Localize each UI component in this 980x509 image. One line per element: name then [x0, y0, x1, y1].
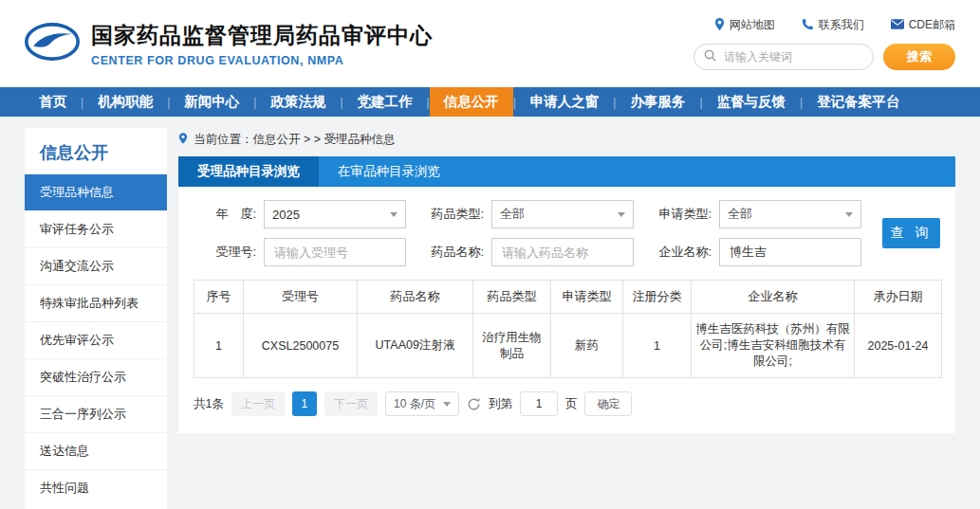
sidebar-item-review-tasks[interactable]: 审评任务公示 [25, 210, 167, 247]
sidebar-item-common-issues[interactable]: 共性问题 [25, 469, 167, 506]
mail-icon [891, 19, 904, 32]
chevron-down-icon [390, 212, 398, 221]
pagination: 共1条 上一页 1 下一页 10 条/页 [194, 391, 940, 416]
quick-links: 网站地图 联系我们 CDE邮箱 [714, 17, 955, 33]
goto-suffix: 页 [565, 396, 578, 412]
cell-apply-type: 新药 [551, 314, 623, 378]
sidebar-title: 信息公开 [25, 128, 167, 173]
nav-item-policy[interactable]: 政策法规 [256, 87, 340, 117]
chevron-down-icon [443, 402, 451, 410]
site-title: 国家药品监督管理局药品审评中心 [91, 21, 433, 50]
nav-item-feedback[interactable]: 监督与反馈 [703, 87, 801, 117]
nav-item-home[interactable]: 首页 [25, 87, 81, 117]
table-header-row: 序号 受理号 药品名称 药品类型 申请类型 注册分类 企业名称 承办日期 [194, 281, 942, 314]
filter-row-1: 年 度: 2025 药品类型: 全部 [194, 200, 877, 228]
cell-reg-class: 1 [623, 314, 692, 378]
content: 信息公开 受理品种信息 审评任务公示 沟通交流公示 特殊审批品种列表 优先审评公… [0, 117, 980, 509]
tab-accepted-catalog[interactable]: 受理品种目录浏览 [178, 156, 319, 187]
site-subtitle: CENTER FOR DRUG EVALUATION, NMPA [91, 54, 433, 67]
sidebar-item-accepted-varieties[interactable]: 受理品种信息 [25, 173, 167, 210]
tabbar: 受理品种目录浏览 在审品种目录浏览 [178, 156, 955, 187]
col-apply-type: 申请类型 [551, 281, 623, 314]
link-sitemap[interactable]: 网站地图 [714, 17, 775, 33]
keyword-search-box [693, 44, 874, 70]
year-label: 年 度: [194, 206, 256, 223]
company-input[interactable] [728, 245, 853, 261]
accept-no-label: 受理号: [194, 244, 256, 261]
sidebar-item-priority-review[interactable]: 优先审评公示 [25, 321, 167, 358]
cell-drug-type: 治疗用生物制品 [473, 314, 551, 378]
col-drug-name: 药品名称 [358, 281, 473, 314]
results-table: 序号 受理号 药品名称 药品类型 申请类型 注册分类 企业名称 承办日期 [194, 280, 942, 378]
search-input[interactable] [722, 49, 873, 64]
drug-name-label: 药品名称: [421, 244, 484, 261]
nav-item-services[interactable]: 办事服务 [616, 87, 699, 117]
sidebar-item-communication[interactable]: 沟通交流公示 [25, 247, 167, 284]
results-panel: 受理品种目录浏览 在审品种目录浏览 年 度: 2025 [178, 156, 955, 433]
apply-type-select[interactable]: 全部 [719, 200, 861, 228]
link-mailbox[interactable]: CDE邮箱 [891, 17, 955, 33]
year-value: 2025 [272, 208, 300, 222]
goto-page-input[interactable] [520, 391, 558, 416]
nav-item-registration[interactable]: 登记备案平台 [803, 87, 914, 117]
col-reg-class: 注册分类 [623, 281, 692, 314]
page-size-select[interactable]: 10 条/页 [385, 391, 459, 416]
prev-page-button[interactable]: 上一页 [231, 391, 285, 416]
nav-item-news[interactable]: 新闻中心 [170, 87, 253, 117]
sidebar-item-three-in-one[interactable]: 三合一序列公示 [25, 395, 167, 432]
company-field [719, 238, 861, 266]
drug-type-filter: 药品类型: 全部 [421, 200, 634, 228]
tab-under-review-catalog[interactable]: 在审品种目录浏览 [319, 156, 459, 187]
nav-item-party[interactable]: 党建工作 [343, 87, 427, 117]
company-filter: 企业名称: [649, 238, 861, 266]
drug-type-value: 全部 [500, 206, 525, 223]
cell-company: 博生吉医药科技（苏州）有限公司;博生吉安科细胞技术有限公司; [692, 314, 855, 378]
filter-form: 年 度: 2025 药品类型: 全部 [194, 200, 940, 266]
site-header: 国家药品监督管理局药品审评中心 CENTER FOR DRUG EVALUATI… [0, 0, 980, 87]
accept-no-input[interactable] [272, 245, 398, 261]
sidebar-item-special-approval[interactable]: 特殊审批品种列表 [25, 284, 167, 321]
sidebar-item-breakthrough[interactable]: 突破性治疗公示 [25, 358, 167, 395]
total-count: 共1条 [194, 396, 224, 412]
cell-drug-name: UTAA09注射液 [358, 314, 473, 378]
chevron-down-icon [618, 212, 625, 221]
page-number-1[interactable]: 1 [292, 391, 317, 416]
link-contact-label: 联系我们 [819, 17, 864, 33]
query-button[interactable]: 查 询 [882, 218, 940, 248]
sidebar-item-delivery[interactable]: 送达信息 [25, 432, 167, 469]
col-company: 企业名称 [692, 281, 855, 314]
nav-item-info-disclosure[interactable]: 信息公开 [430, 87, 513, 117]
year-filter: 年 度: 2025 [194, 200, 406, 228]
col-drug-type: 药品类型 [473, 281, 551, 314]
panel-body: 年 度: 2025 药品类型: 全部 [178, 187, 955, 433]
phone-icon [802, 18, 814, 33]
search-icon [704, 48, 716, 65]
page: 国家药品监督管理局药品审评中心 CENTER FOR DRUG EVALUATI… [0, 0, 980, 509]
location-icon [714, 18, 725, 33]
col-date: 承办日期 [855, 281, 942, 314]
cell-date: 2025-01-24 [855, 314, 942, 378]
brand[interactable]: 国家药品监督管理局药品审评中心 CENTER FOR DRUG EVALUATI… [25, 21, 433, 67]
search-button[interactable]: 搜索 [883, 44, 955, 70]
location-icon [178, 133, 188, 147]
col-index: 序号 [194, 281, 244, 314]
chevron-down-icon [845, 212, 853, 221]
next-page-button[interactable]: 下一页 [324, 391, 378, 416]
drug-name-input[interactable] [500, 245, 625, 261]
year-select[interactable]: 2025 [264, 200, 406, 228]
nav-item-org[interactable]: 机构职能 [83, 87, 167, 117]
apply-type-label: 申请类型: [649, 206, 712, 223]
refresh-icon[interactable] [467, 397, 481, 411]
link-contact[interactable]: 联系我们 [802, 17, 864, 33]
accept-no-filter: 受理号: [194, 238, 406, 266]
filter-row-2: 受理号: 药品名称: [194, 238, 877, 266]
header-right: 网站地图 联系我们 CDE邮箱 [693, 17, 955, 70]
breadcrumb-text: 当前位置：信息公开 > > 受理品种信息 [194, 132, 396, 148]
nav-item-applicant[interactable]: 申请人之窗 [516, 87, 614, 117]
link-sitemap-label: 网站地图 [730, 17, 775, 33]
drug-type-select[interactable]: 全部 [491, 200, 634, 228]
confirm-button[interactable]: 确定 [584, 391, 632, 416]
goto-label: 到第 [489, 396, 512, 412]
main-nav: 首页 机构职能 新闻中心 政策法规 党建工作 信息公开 申请人之窗 办事服务 监… [0, 87, 980, 117]
col-accept-no: 受理号 [244, 281, 358, 314]
